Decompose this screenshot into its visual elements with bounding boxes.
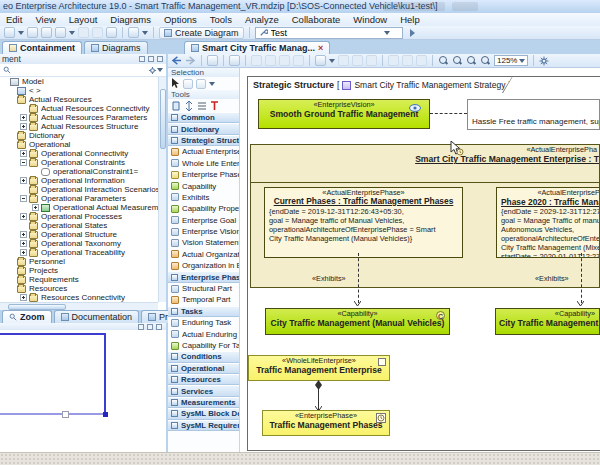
- tree-item[interactable]: Actual Resources: [0, 95, 158, 104]
- tree-item[interactable]: Actual Resources Connectivity: [0, 104, 158, 113]
- gear-icon[interactable]: [148, 66, 157, 75]
- shape-icon[interactable]: [402, 55, 413, 66]
- palette-item-enterprise-goal[interactable]: Enterprise Goal: [168, 215, 239, 226]
- tree-item[interactable]: Resources: [0, 284, 158, 293]
- node-phase-2020[interactable]: «ActualEnterprisePha Phase 2020 : Traffi…: [496, 187, 600, 258]
- tab-containment[interactable]: Containment: [2, 41, 82, 54]
- tree-item[interactable]: Operational Structure: [0, 230, 158, 239]
- tree-item[interactable]: Operational Constraints: [0, 158, 158, 167]
- create-diagram-button[interactable]: Create Diagram: [159, 27, 244, 39]
- palette-section-strategic-structure[interactable]: Strategic Structure: [168, 135, 239, 146]
- clipboard-icon[interactable]: [265, 55, 276, 66]
- tree-item[interactable]: Operational Taxonomy: [0, 239, 158, 248]
- palette-item-temporal-part[interactable]: Temporal Part: [168, 294, 239, 305]
- palette-section-measurements[interactable]: Measurements: [168, 397, 239, 408]
- close-tab-icon[interactable]: ×: [318, 43, 323, 53]
- palette-item-structural-part[interactable]: Structural Part: [168, 283, 239, 294]
- palette-item-actual-enterprise-phase[interactable]: Actual Enterprise P...: [168, 146, 239, 157]
- palette-section-dictionary[interactable]: Dictionary: [168, 123, 239, 134]
- expand-icon[interactable]: [20, 150, 27, 157]
- filter-input[interactable]: [11, 65, 148, 75]
- save-icon[interactable]: [4, 27, 15, 38]
- menu-layout[interactable]: Layout: [69, 13, 98, 26]
- note-tool-icon[interactable]: [171, 101, 181, 111]
- expand-icon[interactable]: [20, 231, 27, 238]
- pin-icon[interactable]: [147, 324, 153, 330]
- expand-icon[interactable]: [20, 249, 27, 256]
- zoom-level-combo[interactable]: 125%: [494, 55, 528, 66]
- separator-tool-icon[interactable]: [184, 101, 194, 111]
- node-actual-enterprise-phase-container[interactable]: «ActualEnterprisePha Smart City Traffic …: [250, 144, 600, 288]
- palette-section-tasks[interactable]: Tasks: [168, 306, 239, 317]
- line-style-icon[interactable]: [338, 55, 349, 66]
- collapse-icon[interactable]: [20, 195, 27, 202]
- expand-icon[interactable]: [20, 213, 27, 220]
- cut-dropdown-icon[interactable]: [69, 31, 75, 35]
- paste-icon[interactable]: [279, 55, 290, 66]
- image-icon[interactable]: [388, 55, 399, 66]
- zoom-navigator-corner[interactable]: [103, 412, 108, 417]
- expand-icon[interactable]: [20, 114, 27, 121]
- palette-section-resources[interactable]: Resources: [168, 374, 239, 385]
- tree-item-constraint[interactable]: operationalConstraint1=: [0, 167, 158, 176]
- palette-item-whole-life-enterprise[interactable]: Whole Life Enterprise: [168, 158, 239, 169]
- menu-collaborate[interactable]: Collaborate: [292, 13, 341, 26]
- menu-edit[interactable]: Edit: [6, 13, 22, 26]
- undo-icon[interactable]: [78, 27, 89, 38]
- close-icon[interactable]: [157, 56, 163, 62]
- filter-options-icon[interactable]: [157, 68, 163, 72]
- tab-diagrams[interactable]: Diagrams: [84, 41, 148, 54]
- cursor-tool-icon[interactable]: [171, 78, 180, 89]
- menu-tools[interactable]: Tools: [210, 13, 232, 26]
- cut-icon[interactable]: [55, 27, 66, 38]
- marquee-tool-icon[interactable]: [183, 79, 193, 89]
- close-icon[interactable]: [156, 324, 162, 330]
- layout-icon[interactable]: [315, 55, 326, 66]
- redo-icon[interactable]: [92, 27, 103, 38]
- tree-item-model[interactable]: Model: [0, 77, 158, 86]
- expand-icon[interactable]: [20, 177, 27, 184]
- validate-icon[interactable]: [106, 27, 117, 38]
- float-icon[interactable]: [138, 324, 144, 330]
- palette-item-organization-in-enterprise[interactable]: Organization in E...: [168, 260, 239, 271]
- anchor-connector[interactable]: [430, 113, 467, 114]
- node-capability-manual-vehicles[interactable]: «Capability» City Traffic Management (Ma…: [265, 308, 450, 335]
- palette-item-actual-enduring-task[interactable]: Actual Enduring Task: [168, 328, 239, 339]
- open-project-icon[interactable]: [27, 27, 38, 38]
- tree-item[interactable]: Actual Resources Parameters: [0, 113, 158, 122]
- pin-icon[interactable]: [148, 56, 154, 62]
- tab-zoom[interactable]: Zoom: [2, 310, 52, 323]
- tree-item[interactable]: Operational States: [0, 221, 158, 230]
- zoom-fit-icon[interactable]: [466, 55, 477, 66]
- menu-window[interactable]: Window: [353, 13, 387, 26]
- collapse-icon[interactable]: [20, 159, 27, 166]
- palette-item-vision-statement[interactable]: Vision Statement: [168, 237, 239, 248]
- node-enterprise-phase[interactable]: «EnterprisePhase» Traffic Management Pha…: [262, 410, 390, 436]
- menu-view[interactable]: View: [35, 13, 55, 26]
- node-capability-mixed[interactable]: «Capability» City Traffic Management (M: [495, 308, 600, 335]
- expand-icon[interactable]: [20, 240, 27, 247]
- search-dropdown-icon[interactable]: [384, 31, 390, 35]
- import-icon[interactable]: [41, 27, 52, 38]
- layout-dropdown-icon[interactable]: [329, 59, 335, 63]
- save-dropdown-icon[interactable]: [18, 31, 24, 35]
- color-icon[interactable]: [416, 55, 427, 66]
- tree-item[interactable]: Operational Connectivity: [0, 149, 158, 158]
- palette-item-enduring-task[interactable]: Enduring Task: [168, 317, 239, 328]
- diagram-canvas[interactable]: Strategic Structure [ Smart City Traffic…: [240, 68, 600, 452]
- tree-item[interactable]: Operational Parameters: [0, 194, 158, 203]
- palette-item-capability-for-task[interactable]: Capability For Task: [168, 340, 239, 351]
- zoom-11-icon[interactable]: [480, 55, 491, 66]
- search-input[interactable]: [271, 28, 381, 38]
- palette-section-conditions[interactable]: Conditions: [168, 351, 239, 362]
- text-tool-icon[interactable]: [210, 101, 219, 111]
- swimlane-tool-icon[interactable]: [197, 101, 207, 111]
- menu-analyze[interactable]: Analyze: [245, 13, 279, 26]
- node-whole-life-enterprise[interactable]: «WholeLifeEnterprise» Traffic Management…: [248, 355, 390, 381]
- menu-help[interactable]: Help: [400, 13, 420, 26]
- palette-item-capability-property[interactable]: Capability Property: [168, 203, 239, 214]
- tree-item[interactable]: Operational Processes: [0, 212, 158, 221]
- select-in-tree-icon[interactable]: [229, 55, 240, 66]
- tree-item[interactable]: Operational Interaction Scenarios: [0, 185, 158, 194]
- palette-section-sysml-requirements[interactable]: SysML Requirements ...: [168, 420, 239, 431]
